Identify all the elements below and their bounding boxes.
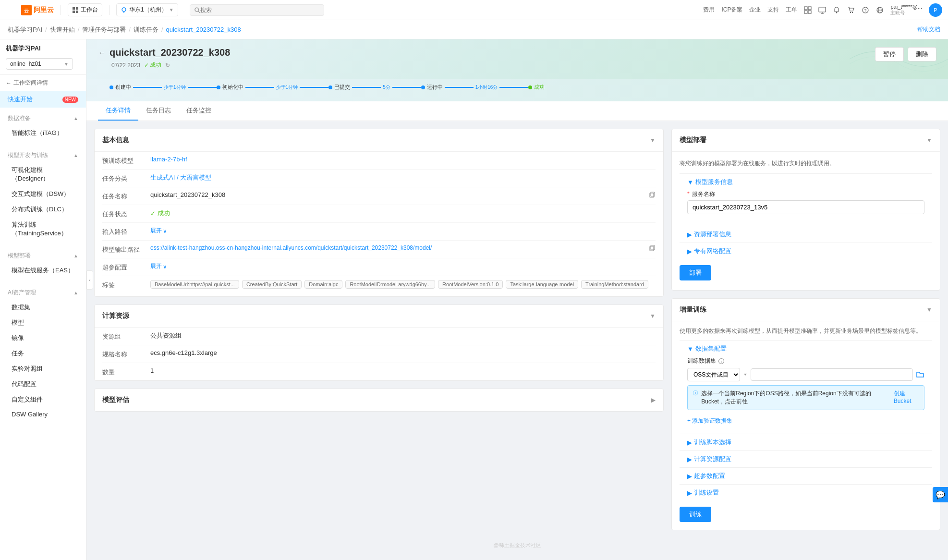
shopping-cart-icon[interactable]	[847, 6, 855, 14]
task-category-value[interactable]: 生成式AI / 大语言模型	[150, 173, 656, 182]
add-validation-dataset-link[interactable]: + 添加验证数据集	[687, 414, 924, 428]
back-to-workspace[interactable]: ← 工作空间详情	[0, 75, 86, 91]
task-category-label: 任务分类	[102, 173, 150, 183]
model-deploy-collapse-icon[interactable]: ▼	[926, 137, 932, 144]
step-duration-1: 少于1分钟	[164, 84, 186, 91]
watermark: @稀土掘金技术社区	[86, 538, 948, 553]
sidebar-item-dsw-gallery[interactable]: DSW Gallery	[0, 407, 86, 421]
page-back-arrow[interactable]: ←	[98, 49, 106, 57]
help-docs-link[interactable]: 帮助文档	[917, 25, 940, 34]
step-line-4b	[499, 87, 528, 88]
globe-icon[interactable]	[876, 6, 884, 14]
user-info[interactable]: pai_t*****@... 主账号	[890, 4, 922, 16]
sidebar-item-experiment[interactable]: 实验对照组	[0, 361, 86, 377]
oss-type-select[interactable]: OSS文件或目录	[687, 368, 740, 381]
dataset-config-toggle[interactable]: ▼ 数据集配置	[680, 341, 932, 357]
hyperparams-expand[interactable]: 展开 ∨	[150, 262, 167, 270]
compute-collapse-icon[interactable]: ▼	[650, 313, 656, 319]
quickstart-label: 快速开始	[8, 95, 33, 104]
hamburger-menu[interactable]	[6, 6, 15, 14]
ticket-link[interactable]: 工单	[786, 6, 797, 14]
sidebar-item-image[interactable]: 镜像	[0, 330, 86, 346]
input-path-label: 输入路径	[102, 227, 150, 236]
create-bucket-link[interactable]: 创建Bucket	[894, 390, 919, 404]
sidebar-item-eas[interactable]: 模型在线服务（EAS）	[0, 263, 86, 278]
refresh-icon[interactable]: ↻	[165, 62, 170, 69]
breadcrumb-quickstart[interactable]: 快速开始	[50, 25, 75, 34]
input-path-expand[interactable]: 展开 ∨	[150, 227, 167, 235]
monitor-icon[interactable]	[818, 6, 826, 14]
tab-task-monitor[interactable]: 任务监控	[179, 101, 219, 121]
data-prep-section: 数据准备 ▲ 智能标注（iTAG）	[0, 108, 86, 145]
model-eval-expand-icon[interactable]: ▶	[651, 397, 656, 403]
region-selector[interactable]: 华东1（杭州） ▼	[116, 3, 178, 16]
vnet-config-toggle[interactable]: ▶ 专有网络配置	[680, 243, 932, 259]
avatar[interactable]: P	[929, 3, 942, 17]
grid-apps-icon[interactable]	[804, 6, 812, 14]
workspace-button[interactable]: 工作台	[68, 3, 102, 16]
copy-icon[interactable]	[649, 191, 656, 198]
sidebar-item-training-service[interactable]: 算法训练（TrainingService）	[0, 217, 86, 241]
tab-task-log[interactable]: 任务日志	[138, 101, 179, 121]
enterprise-link[interactable]: 企业	[749, 6, 761, 14]
search-input[interactable]	[200, 7, 320, 13]
stop-button[interactable]: 暂停	[875, 47, 904, 61]
sidebar-item-dataset[interactable]: 数据集	[0, 300, 86, 315]
sidebar-item-dlc[interactable]: 分布式训练（DLC）	[0, 202, 86, 217]
fees-link[interactable]: 费用	[703, 6, 715, 14]
oss-path-input[interactable]	[751, 368, 913, 381]
task-status-label: 任务状态	[102, 209, 150, 219]
oss-info-text: 选择一个当前Region下的OSS路径，如果当前Region下没有可选的Buck…	[701, 390, 891, 406]
sidebar-item-itag[interactable]: 智能标注（iTAG）	[0, 125, 86, 141]
pretrain-model-value[interactable]: llama-2-7b-hf	[150, 156, 656, 163]
train-script-toggle[interactable]: ▶ 训练脚本选择	[680, 434, 932, 450]
sidebar-item-designer[interactable]: 可视化建模（Designer）	[0, 162, 86, 186]
sidebar-item-model[interactable]: 模型	[0, 315, 86, 330]
ai-asset-title[interactable]: AI资产管理 ▲	[0, 286, 86, 300]
deploy-button[interactable]: 部署	[680, 265, 711, 280]
resource-deploy-toggle[interactable]: ▶ 资源部署信息	[680, 226, 932, 243]
model-deploy-title[interactable]: 模型部署 ▲	[0, 249, 86, 263]
sidebar-toggle-btn[interactable]: ‹	[86, 270, 93, 290]
oss-path-text[interactable]: oss://alink-test-hangzhou.oss-cn-hangzho…	[150, 244, 432, 251]
sidebar-item-code[interactable]: 代码配置	[0, 377, 86, 392]
workspace-select-dropdown[interactable]: online_hz01 ▼	[6, 58, 73, 70]
breadcrumb-pai[interactable]: 机器学习PAI	[8, 25, 42, 34]
folder-icon[interactable]	[916, 370, 924, 379]
incr-training-collapse-icon[interactable]: ▼	[926, 306, 932, 313]
bell-icon[interactable]	[833, 6, 840, 14]
feedback-button[interactable]: 💬	[933, 487, 948, 502]
search-box[interactable]	[190, 4, 324, 16]
data-prep-title[interactable]: 数据准备 ▲	[0, 111, 86, 125]
train-settings-toggle[interactable]: ▶ 训练设置	[680, 485, 932, 501]
model-service-info-toggle[interactable]: ▼ 模型服务信息	[680, 174, 932, 190]
hyperparam-config-toggle[interactable]: ▶ 超参数配置	[680, 468, 932, 484]
region-dropdown-arrow: ▼	[169, 7, 174, 12]
service-name-input[interactable]	[687, 200, 924, 214]
basic-info-collapse-icon[interactable]: ▼	[650, 137, 656, 144]
breadcrumb-task: quickstart_20230722_k308	[166, 26, 241, 33]
sidebar-item-task[interactable]: 任务	[0, 346, 86, 361]
delete-button[interactable]: 删除	[908, 47, 936, 61]
tab-task-detail[interactable]: 任务详情	[98, 101, 138, 121]
sidebar-item-custom-component[interactable]: 自定义组件	[0, 392, 86, 407]
resource-group-value: 公共资源组	[150, 331, 656, 340]
help-circle-icon[interactable]: ?	[862, 6, 869, 14]
progress-bar: 创建中 少于1分钟 初始化中 少于1分钟 已提交	[109, 79, 925, 96]
support-link[interactable]: 支持	[767, 6, 779, 14]
copy-oss-icon[interactable]	[649, 244, 656, 251]
model-dev-title[interactable]: 模型开发与训练 ▲	[0, 148, 86, 162]
field-spec-name: 规格名称 ecs.gn6e-c12g1.3xlarge	[102, 345, 656, 363]
breadcrumb-manage[interactable]: 管理任务与部署	[82, 25, 126, 34]
hyperparam-config-section: ▶ 超参数配置	[680, 467, 932, 484]
train-button[interactable]: 训练	[680, 507, 711, 522]
designer-label: 可视化建模（Designer）	[12, 166, 78, 183]
sidebar-item-quickstart[interactable]: 快速开始 NEW	[0, 91, 86, 108]
svg-point-6	[122, 8, 126, 12]
breadcrumb-train[interactable]: 训练任务	[134, 25, 158, 34]
page-title: quickstart_20230722_k308	[109, 47, 230, 58]
right-panel: 模型部署 ▼ 将您训练好的模型部署为在线服务，以进行实时的推理调用。 ▼ 模型服…	[671, 129, 940, 530]
icp-link[interactable]: ICP备案	[721, 6, 742, 14]
compute-config-toggle[interactable]: ▶ 计算资源配置	[680, 451, 932, 467]
sidebar-item-dsw[interactable]: 交互式建模（DSW）	[0, 186, 86, 202]
